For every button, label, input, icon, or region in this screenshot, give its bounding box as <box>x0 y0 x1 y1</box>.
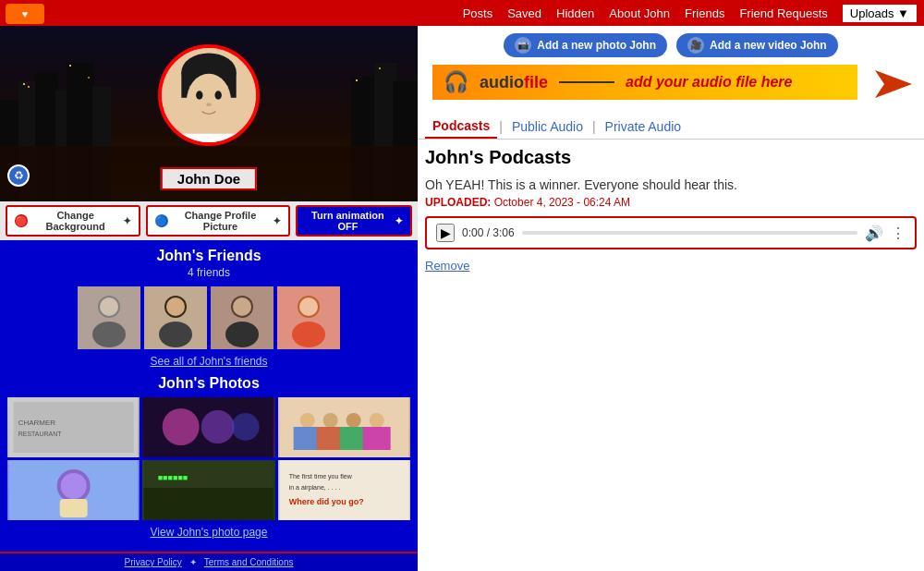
friends-section: John's Friends 4 friends <box>0 240 418 375</box>
svg-point-63 <box>61 473 87 499</box>
left-sidebar: ♻ John Doe 🔴 Change Background ✦ 🔵 Chang… <box>0 26 418 571</box>
photo-6-img: The first time you flew in a airplane, .… <box>278 460 410 520</box>
svg-point-30 <box>92 322 126 347</box>
podcast-uploaded-info: UPLOADED: October 4, 2023 - 06:24 AM <box>425 196 917 209</box>
svg-rect-45 <box>14 402 134 453</box>
svg-text:in a airplane, . . . .: in a airplane, . . . . <box>288 484 340 492</box>
remove-podcast-link[interactable]: Remove <box>425 259 469 273</box>
svg-point-50 <box>201 410 235 443</box>
friends-grid <box>7 286 410 349</box>
uploaded-label: UPLOADED: <box>425 196 491 209</box>
tab-sep-1: | <box>497 119 505 134</box>
change-profile-button[interactable]: 🔵 Change Profile Picture ✦ <box>146 205 290 237</box>
photo-thumb-6[interactable]: The first time you flew in a airplane, .… <box>278 460 410 520</box>
headphones-icon: 🎧 <box>444 70 468 94</box>
more-options-icon[interactable]: ⋮ <box>891 225 906 242</box>
nav-links: Posts Saved Hidden About John Friends Fr… <box>463 5 917 22</box>
see-all-friends-link[interactable]: See all of John's friends <box>7 355 410 368</box>
upload-buttons-row: 📷 Add a new photo John 🎥 Add a new video… <box>418 26 924 65</box>
nav-saved[interactable]: Saved <box>507 6 541 20</box>
friend-thumb-1[interactable] <box>78 286 140 349</box>
svg-point-35 <box>166 298 185 316</box>
anim-star: ✦ <box>395 215 403 227</box>
podcasts-content: John's Podcasts Oh YEAH! This is a winne… <box>418 147 924 273</box>
nav-about[interactable]: About John <box>609 6 670 20</box>
nav-hidden[interactable]: Hidden <box>556 6 594 20</box>
svg-point-39 <box>233 298 251 316</box>
photo-upload-icon: 📷 <box>515 37 531 54</box>
view-photos-link[interactable]: View John's photo page <box>7 526 410 539</box>
friend-thumb-3[interactable] <box>211 286 274 349</box>
svg-point-25 <box>206 103 212 106</box>
svg-text:The first time you flew: The first time you flew <box>288 473 352 480</box>
profile-header: ♻ John Doe <box>0 26 418 201</box>
main-layout: ♻ John Doe 🔴 Change Background ✦ 🔵 Chang… <box>0 26 924 571</box>
photo-thumb-1[interactable]: CHARMER RESTAURANT <box>7 397 140 457</box>
nav-posts[interactable]: Posts <box>463 6 493 20</box>
profile-name: John Doe <box>161 167 257 190</box>
svg-marker-72 <box>875 70 912 98</box>
audio-add-text: add your audio file here <box>626 74 792 91</box>
svg-point-54 <box>322 413 337 428</box>
terms-link[interactable]: Terms and Conditions <box>204 557 294 567</box>
profile-avatar <box>158 44 260 146</box>
photo-thumb-3[interactable] <box>278 397 410 457</box>
svg-point-38 <box>225 322 259 347</box>
content-tabs: Podcasts | Public Audio | Private Audio <box>418 115 924 140</box>
svg-rect-12 <box>23 83 25 85</box>
nav-friend-requests[interactable]: Friend Requests <box>739 6 827 20</box>
change-profile-icon: 🔵 <box>155 214 168 227</box>
svg-text:Where did you go?: Where did you go? <box>288 497 363 506</box>
podcast-description: Oh YEAH! This is a winner. Everyone shou… <box>425 177 917 192</box>
audio-banner-container: 🎧 audiofile add your audio file here <box>425 65 917 107</box>
volume-icon[interactable]: 🔊 <box>865 225 883 242</box>
friend-4-avatar <box>277 286 340 349</box>
photo-thumb-5[interactable]: ■■■■■■ <box>142 460 274 520</box>
photo-thumb-4[interactable] <box>7 460 140 520</box>
arrow-svg <box>870 66 917 103</box>
player-track[interactable] <box>522 231 857 235</box>
audio-banner[interactable]: 🎧 audiofile add your audio file here <box>432 65 857 100</box>
svg-text:■■■■■■: ■■■■■■ <box>158 473 188 482</box>
right-content: 📷 Add a new photo John 🎥 Add a new video… <box>418 26 924 571</box>
player-time-display: 0:00 / 3:06 <box>462 226 515 239</box>
svg-rect-15 <box>88 77 90 79</box>
svg-text:CHARMER: CHARMER <box>18 419 56 427</box>
svg-point-31 <box>100 298 118 316</box>
uploaded-date: October 4, 2023 - 06:24 AM <box>494 196 630 209</box>
tab-podcasts[interactable]: Podcasts <box>425 115 497 139</box>
photo-1-img: CHARMER RESTAURANT <box>7 397 140 457</box>
photo-2-img <box>142 397 274 457</box>
tab-private-audio[interactable]: Private Audio <box>598 115 689 138</box>
svg-point-51 <box>232 413 260 441</box>
nav-friends[interactable]: Friends <box>685 6 724 20</box>
photos-grid: CHARMER RESTAURANT <box>7 397 410 520</box>
tab-sep-2: | <box>590 119 598 134</box>
friend-thumb-2[interactable] <box>144 286 207 349</box>
add-video-button[interactable]: 🎥 Add a new video John <box>676 33 838 57</box>
photos-section: John's Photos CHARMER RESTAURANT <box>0 375 418 546</box>
uploads-dropdown[interactable]: Uploads ▼ <box>843 5 917 22</box>
top-nav: ♥ Posts Saved Hidden About John Friends … <box>0 0 924 26</box>
svg-point-49 <box>163 408 200 445</box>
add-photo-button[interactable]: 📷 Add a new photo John <box>504 33 667 57</box>
change-background-button[interactable]: 🔴 Change Background ✦ <box>6 205 140 237</box>
toggle-animation-button[interactable]: Turn animation OFF ✦ <box>296 205 412 237</box>
audio-brand: audiofile <box>480 73 548 92</box>
avatar-illustration <box>162 44 256 146</box>
photo-thumb-2[interactable] <box>142 397 274 457</box>
svg-point-34 <box>159 322 192 347</box>
video-upload-icon: 🎥 <box>687 37 704 54</box>
svg-rect-64 <box>60 499 88 517</box>
svg-rect-16 <box>356 79 358 81</box>
play-button[interactable]: ▶ <box>436 224 455 242</box>
friend-2-avatar <box>144 286 207 349</box>
friend-thumb-4[interactable] <box>277 286 340 349</box>
svg-point-56 <box>369 413 383 428</box>
action-buttons-row: 🔴 Change Background ✦ 🔵 Change Profile P… <box>0 201 418 240</box>
tab-public-audio[interactable]: Public Audio <box>505 115 590 138</box>
svg-rect-14 <box>69 65 71 67</box>
privacy-policy-link[interactable]: Privacy Policy <box>125 557 182 567</box>
svg-rect-66 <box>144 488 274 520</box>
svg-point-23 <box>196 91 202 99</box>
